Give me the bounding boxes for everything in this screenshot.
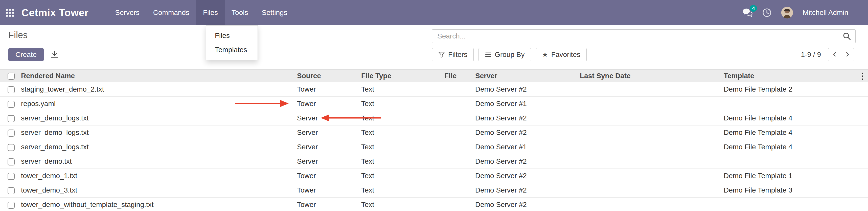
cell-file [442, 140, 473, 154]
filters-button[interactable]: Filters [432, 48, 474, 61]
menu-item-files[interactable]: Files [196, 0, 225, 25]
optional-columns-icon[interactable]: ⋮ [858, 71, 867, 81]
pager: 1-9 / 9 ‹ › [801, 48, 854, 61]
table-row[interactable]: server_demo.txtServerTextDemo Server #2 [0, 154, 868, 169]
row-checkbox[interactable] [8, 115, 15, 122]
column-header-rendered-name[interactable]: Rendered Name [19, 69, 295, 82]
cell-file [442, 97, 473, 111]
row-checkbox-cell [0, 140, 19, 154]
row-spacer-cell [857, 169, 868, 183]
cell-last-sync-date [578, 97, 722, 111]
row-spacer-cell [857, 183, 868, 198]
cell-last-sync-date [578, 169, 722, 183]
table-row[interactable]: staging_tower_demo_2.txtTowerTextDemo Se… [0, 82, 868, 97]
column-header-last-sync-date[interactable]: Last Sync Date [578, 69, 722, 82]
select-all-checkbox[interactable] [8, 72, 15, 80]
search-button[interactable] [838, 32, 855, 40]
cell-last-sync-date [578, 111, 722, 125]
table-row[interactable]: tower_demo_without_template_staging.txtT… [0, 198, 868, 211]
cell-last-sync-date [578, 140, 722, 154]
table-row[interactable]: tower_demo_3.txtTowerTextDemo Server #2D… [0, 183, 868, 198]
export-button[interactable] [49, 49, 60, 60]
row-checkbox-cell [0, 154, 19, 169]
favorites-label: Favorites [551, 51, 580, 59]
menu-item-tools[interactable]: Tools [225, 0, 255, 25]
row-checkbox[interactable] [8, 202, 15, 209]
search-box [432, 29, 856, 43]
pager-previous-button[interactable]: ‹ [828, 48, 841, 61]
dropdown-item-files[interactable]: Files [206, 29, 257, 43]
dropdown-item-templates[interactable]: Templates [206, 43, 257, 57]
search-icon [843, 32, 851, 40]
filter-icon [438, 51, 445, 58]
row-checkbox[interactable] [8, 158, 15, 165]
cell-rendered-name: server_demo_logs.txt [19, 125, 295, 140]
pager-range: 1-9 / 9 [801, 51, 821, 59]
clock-icon [762, 8, 772, 18]
cell-template: Demo File Template 2 [722, 82, 857, 97]
grid-icon [6, 9, 14, 17]
create-button[interactable]: Create [8, 48, 44, 61]
search-input[interactable] [432, 32, 838, 40]
cell-source: Tower [295, 169, 359, 183]
cell-server: Demo Server #2 [473, 125, 578, 140]
menu-item-commands[interactable]: Commands [146, 0, 196, 25]
column-header-source[interactable]: Source [295, 69, 359, 82]
main-menu: Servers Commands Files Tools Settings [108, 0, 294, 25]
user-menu[interactable]: Mitchell Admin [803, 9, 848, 17]
row-checkbox[interactable] [8, 187, 15, 194]
cell-source: Tower [295, 183, 359, 198]
row-spacer-cell [857, 198, 868, 211]
cell-server: Demo Server #2 [473, 111, 578, 125]
apps-menu-icon[interactable] [6, 9, 14, 17]
column-header-file-type[interactable]: File Type [359, 69, 442, 82]
row-spacer-cell [857, 82, 868, 97]
column-header-template[interactable]: Template [722, 69, 857, 82]
cell-template [722, 198, 857, 211]
star-icon: ★ [542, 51, 548, 58]
row-checkbox[interactable] [8, 173, 15, 180]
cell-file [442, 154, 473, 169]
table-row[interactable]: tower_demo_1.txtTowerTextDemo Server #2D… [0, 169, 868, 183]
cell-rendered-name: server_demo.txt [19, 154, 295, 169]
navbar-left: Cetmix Tower Servers Commands Files Tool… [0, 0, 294, 25]
row-checkbox[interactable] [8, 129, 15, 137]
row-checkbox[interactable] [8, 144, 15, 151]
table-row[interactable]: server_demo_logs.txtServerTextDemo Serve… [0, 125, 868, 140]
row-checkbox[interactable] [8, 86, 15, 93]
messages-icon[interactable]: 4 [742, 8, 752, 17]
cell-rendered-name: tower_demo_3.txt [19, 183, 295, 198]
cell-source: Tower [295, 97, 359, 111]
favorites-button[interactable]: ★ Favorites [536, 48, 587, 61]
cell-file-type: Text [359, 82, 442, 97]
cell-file [442, 82, 473, 97]
pager-next-button[interactable]: › [841, 48, 854, 61]
table-row[interactable]: server_demo_logs.txtServerTextDemo Serve… [0, 140, 868, 154]
app-title[interactable]: Cetmix Tower [22, 7, 89, 19]
cell-rendered-name: server_demo_logs.txt [19, 140, 295, 154]
cell-last-sync-date [578, 183, 722, 198]
row-checkbox-cell [0, 97, 19, 111]
table-row[interactable]: repos.yamlTowerTextDemo Server #1 [0, 97, 868, 111]
cell-file-type: Text [359, 111, 442, 125]
download-icon [50, 51, 59, 59]
row-spacer-cell [857, 140, 868, 154]
cell-last-sync-date [578, 154, 722, 169]
menu-item-servers[interactable]: Servers [108, 0, 146, 25]
cell-server: Demo Server #2 [473, 183, 578, 198]
cell-file-type: Text [359, 198, 442, 211]
column-header-server[interactable]: Server [473, 69, 578, 82]
group-by-button[interactable]: Group By [478, 48, 531, 61]
group-by-label: Group By [495, 51, 525, 59]
row-checkbox[interactable] [8, 101, 15, 108]
cell-file [442, 183, 473, 198]
files-table: Rendered Name Source File Type File Serv… [0, 69, 868, 211]
menu-item-settings[interactable]: Settings [255, 0, 294, 25]
avatar[interactable] [781, 7, 793, 19]
cell-source: Server [295, 154, 359, 169]
files-dropdown-menu: Files Templates [206, 25, 258, 60]
select-all-cell [0, 69, 19, 82]
table-row[interactable]: server_demo_logs.txtServerTextDemo Serve… [0, 111, 868, 125]
activities-clock-icon[interactable] [762, 8, 772, 18]
column-header-file[interactable]: File [442, 69, 473, 82]
